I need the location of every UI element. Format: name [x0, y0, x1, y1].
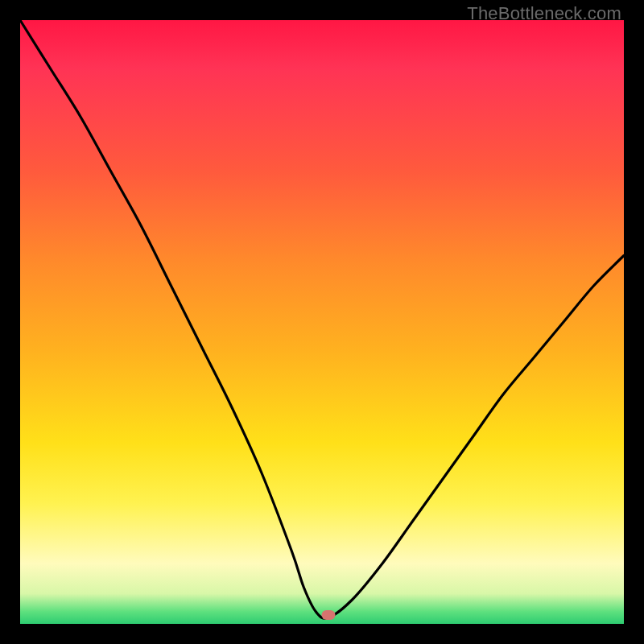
watermark-text: TheBottleneck.com	[467, 3, 621, 24]
plot-area	[20, 20, 624, 624]
bottleneck-marker	[321, 610, 335, 620]
chart-frame: TheBottleneck.com	[0, 0, 644, 644]
bottleneck-curve	[20, 20, 624, 624]
